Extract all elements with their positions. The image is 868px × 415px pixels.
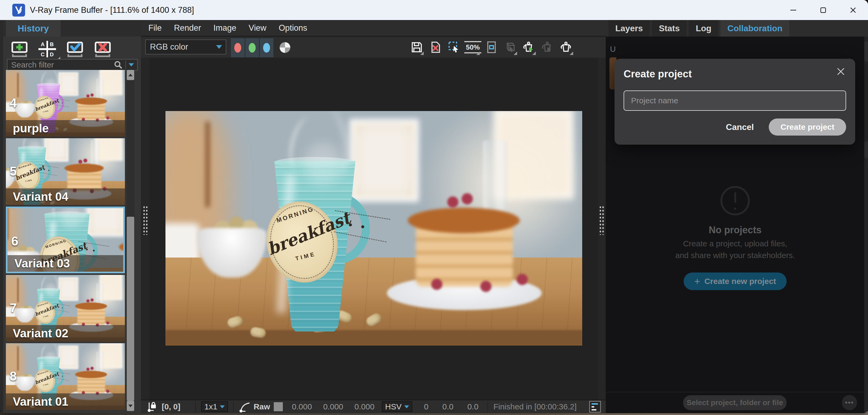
fit-region-button[interactable] [484,39,499,56]
blue-channel-icon [263,43,270,53]
hue-value: 0 [424,402,429,411]
interactive-render-button[interactable] [559,39,574,56]
saturation-value: 0.0 [442,402,454,411]
rendered-image: MORNINGbreakfastTIME● ● ● [165,111,582,346]
splitter-grip-icon [599,206,604,235]
color-curve-icon[interactable] [239,401,251,413]
stop-render-button[interactable] [540,39,555,56]
maximize-button[interactable] [808,0,838,20]
scrollbar-thumb[interactable] [127,217,134,401]
scroll-down-button[interactable] [127,401,134,411]
ab-compare-button[interactable]: ABCD [38,40,59,58]
thumbnail-number: 4 [10,95,17,110]
search-divider [125,61,126,69]
history-thumbnail[interactable]: MORNINGbreakfastTIME● ● ●4purple [6,70,125,137]
green-channel-button[interactable] [245,38,259,58]
history-panel: History ABCD [3,20,141,413]
value-value: 0.0 [467,402,478,411]
channel-selector-dropdown[interactable]: RGB color [145,39,226,54]
svg-text:A: A [41,41,44,47]
green-channel-icon [249,43,256,53]
close-button[interactable] [838,0,868,20]
search-input[interactable] [7,60,114,69]
thumbnail-number: 8 [10,369,17,384]
zoom-level-value: 50% [464,41,482,53]
menu-options[interactable]: Options [279,23,307,33]
history-list: MORNINGbreakfastTIME● ● ●4purpleMORNINGb… [6,70,125,412]
render-canvas[interactable]: MORNINGbreakfastTIME● ● ● [149,58,598,399]
raw-b-value: 0.000 [354,402,374,411]
right-splitter[interactable] [597,58,606,399]
thumbnail-label: purple [6,120,125,137]
save-to-history-button[interactable] [10,40,31,58]
zoom-level-button[interactable]: 50% [465,39,480,56]
raw-r-value: 0.000 [292,402,312,411]
window-title: V-Ray Frame Buffer - [111.6% of 1400 x 7… [30,5,194,15]
history-thumbnail[interactable]: MORNINGbreakfastTIME● ● ●5Variant 04 [6,138,125,205]
render-last-button[interactable] [521,39,536,56]
raw-label: Raw [253,402,270,411]
remove-from-history-button[interactable] [93,40,114,58]
tab-history[interactable]: History [6,20,61,36]
left-splitter[interactable] [141,58,149,399]
search-options-dropdown-icon[interactable] [129,63,134,66]
color-space-dropdown[interactable]: HSV [382,402,412,412]
dialog-close-icon[interactable] [835,66,846,77]
history-scrollbar[interactable] [126,70,134,411]
svg-text:D: D [50,52,54,57]
cancel-button[interactable]: Cancel [726,122,754,132]
vray-logo-icon [12,4,25,17]
red-channel-button[interactable] [230,38,245,58]
vray-frame-buffer-window: V-Ray Frame Buffer - [111.6% of 1400 x 7… [0,0,868,413]
menu-file[interactable]: File [148,23,162,33]
create-project-dialog: Create project Cancel Create project [615,59,855,145]
history-thumbnail[interactable]: MORNINGbreakfastTIME● ● ●8Variant 01 [6,343,125,410]
menu-render[interactable]: Render [174,23,201,33]
scroll-up-button[interactable] [127,70,134,80]
screen: V-Ray Frame Buffer - [111.6% of 1400 x 7… [0,0,868,415]
pixel-coords: [0, 0] [162,402,180,411]
history-thumbnail[interactable]: MORNINGbreakfastTIME● ● ●7Variant 02 [6,275,125,342]
statusbar: [0, 0] 1x1 Raw 0.000 0.000 0.000 HSV 0 0… [141,399,606,413]
thumbnail-number: 6 [11,234,19,248]
menubar: File Render Image View Options [141,20,606,36]
right-panel: LayersStatsLogCollaboration U No project… [606,20,868,413]
stats-toggle-icon[interactable] [589,401,601,413]
search-icon[interactable] [114,60,123,69]
set-a-button[interactable] [66,40,87,58]
toolbar: RGB color 50% [141,37,606,58]
thumbnail-label: Variant 04 [6,188,125,205]
select-object-button[interactable] [503,39,518,56]
svg-text:C: C [41,52,44,57]
project-name-input[interactable] [624,90,846,111]
region-render-button[interactable] [447,39,462,56]
thumbnail-label: Variant 02 [6,325,125,342]
mug: MORNINGbreakfastTIME● ● ● [274,158,355,331]
alpha-channel-button[interactable] [280,42,290,53]
breakfast-scene: MORNINGbreakfastTIME● ● ● [165,111,582,346]
history-search [7,59,138,71]
tab-collaboration[interactable]: Collaboration [720,20,789,36]
pixel-ratio-dropdown[interactable]: 1x1 [201,402,228,412]
history-thumbnail[interactable]: MORNINGbreakfastTIME● ● ●6Variant 03 [6,207,125,273]
tab-log[interactable]: Log [689,20,718,36]
minimize-button[interactable] [778,0,808,20]
save-image-button[interactable] [409,39,424,56]
thumbnail-number: 7 [10,300,17,315]
create-project-button[interactable]: Create project [769,118,846,136]
menu-view[interactable]: View [249,23,267,33]
dialog-title: Create project [624,68,846,80]
thumbnail-label: Variant 03 [7,255,123,272]
history-tabbar: History [3,20,141,36]
clear-image-button[interactable] [428,39,443,56]
sampled-color-swatch [274,402,283,411]
color-space-value: HSV [385,402,402,411]
history-toolbar: ABCD [10,40,114,58]
chevron-down-icon [216,45,222,49]
menu-image[interactable]: Image [214,23,237,33]
tab-stats[interactable]: Stats [652,20,687,36]
pixel-probe-lock-icon[interactable] [147,401,158,413]
tab-layers[interactable]: Layers [608,20,650,36]
blue-channel-button[interactable] [259,38,274,58]
render-time-status: Finished in [00:00:36.2] [493,402,577,411]
